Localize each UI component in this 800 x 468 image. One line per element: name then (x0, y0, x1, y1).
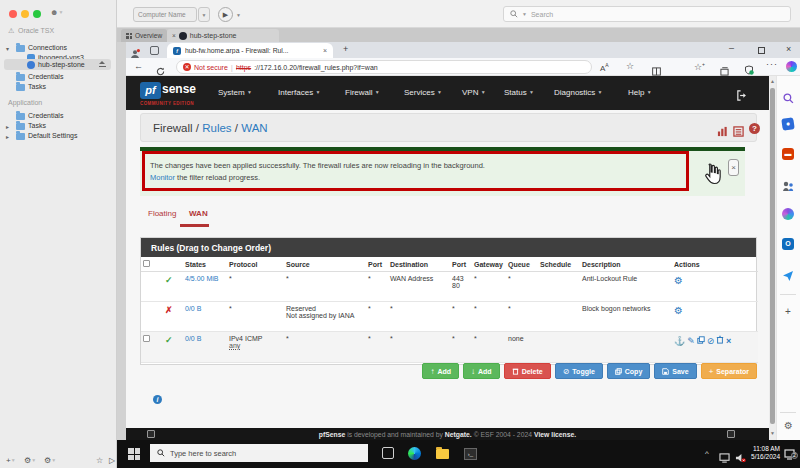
copilot-icon[interactable] (786, 61, 797, 72)
tab-overview[interactable]: Overview (121, 29, 167, 42)
help-icon[interactable]: ? (749, 123, 760, 134)
pfsense-logo[interactable]: pf (140, 82, 161, 99)
sidebar-settings-gear-icon[interactable]: ⚙ (784, 420, 793, 431)
delete-x-icon[interactable]: × (726, 336, 731, 346)
log-list-icon[interactable] (733, 123, 744, 141)
window-restore-button[interactable] (758, 47, 765, 54)
sidebar-item-hub-step-stone[interactable]: hub-step-stone (38, 61, 85, 68)
new-tab-button[interactable]: + (343, 44, 348, 54)
network-icon[interactable] (719, 449, 730, 467)
shopping-tag-icon[interactable]: ● (781, 117, 795, 131)
sidebar-search-icon[interactable] (783, 90, 794, 108)
row-checkbox[interactable] (143, 335, 150, 342)
chevron-right-icon[interactable]: ▸ (6, 133, 9, 140)
select-all-checkbox[interactable] (143, 260, 150, 267)
add-rule-bottom-button[interactable]: ↓Add (463, 363, 500, 379)
view-license-link[interactable]: View license. (534, 431, 576, 438)
people-icon[interactable] (782, 178, 794, 196)
sidebar-item-default-settings[interactable]: Default Settings (28, 132, 77, 139)
search-scope-caret[interactable]: ▼ (522, 11, 527, 17)
outlook-icon[interactable]: O (782, 238, 794, 250)
zoom-traffic-light[interactable] (33, 10, 41, 18)
menu-help[interactable]: Help ▼ (628, 88, 652, 97)
window-close-button[interactable]: × (786, 44, 791, 54)
status-chart-icon[interactable] (717, 123, 728, 141)
info-icon[interactable]: i (153, 395, 162, 404)
computer-name-dropdown-caret[interactable]: ▼ (198, 7, 210, 22)
settings-gear-icon[interactable]: ⚙▼ (24, 456, 36, 465)
add-rule-top-button[interactable]: ↑Add (422, 363, 459, 379)
separator-button[interactable]: +Separator (701, 363, 757, 379)
toggle-button[interactable]: ⊘Toggle (555, 363, 603, 379)
menu-diagnostics[interactable]: Diagnostics ▼ (554, 88, 603, 97)
add-connection-button[interactable]: +▼ (6, 456, 16, 465)
close-tab-icon[interactable]: × (172, 32, 176, 39)
scroll-down-arrow[interactable]: ▼ (769, 430, 776, 436)
workspaces-icon[interactable] (150, 46, 159, 55)
close-traffic-light[interactable] (9, 10, 17, 18)
designer-icon[interactable] (782, 208, 794, 220)
sidebar-item-credentials[interactable]: Credentials (28, 73, 63, 80)
menu-services[interactable]: Services ▼ (404, 88, 442, 97)
tab-hub-step-stone[interactable]: × hub-step-stone (167, 29, 279, 42)
sidebar-item-app-credentials[interactable]: Credentials (28, 112, 63, 119)
copy-icon[interactable] (697, 336, 705, 344)
icmp-subtype-link[interactable]: any (229, 342, 282, 349)
netgate-link[interactable]: Netgate. (445, 431, 472, 438)
taskbar-clock[interactable]: 11:08 AM 5/16/2024 (748, 445, 780, 460)
edit-pencil-icon[interactable]: ✎ (687, 336, 695, 346)
tab-wan[interactable]: WAN (189, 209, 208, 218)
logout-icon[interactable] (736, 87, 747, 105)
taskbar-edge-icon[interactable] (408, 447, 421, 460)
tray-expand-icon[interactable]: ^ (705, 449, 709, 458)
read-aloud-icon[interactable]: AA (600, 62, 609, 73)
save-button[interactable]: Save (654, 363, 696, 379)
sidebar-item-app-tasks[interactable]: Tasks (28, 122, 46, 129)
copy-button[interactable]: Copy (607, 363, 651, 379)
actions-gear-icon[interactable]: ⚙▼ (44, 456, 56, 465)
menu-interfaces[interactable]: Interfaces ▼ (278, 88, 320, 97)
close-tab-icon[interactable]: × (323, 47, 327, 54)
file-explorer-icon[interactable] (436, 449, 449, 459)
favorite-star-icon[interactable]: ☆ (626, 61, 634, 71)
connect-play-button[interactable]: ▶ (218, 7, 233, 22)
gear-icon[interactable]: ⚙ (674, 275, 683, 286)
chevron-down-icon[interactable]: ▾ (6, 45, 9, 52)
start-button[interactable] (128, 448, 140, 460)
chevron-right-icon[interactable]: ▸ (6, 123, 9, 130)
m365-briefcase-icon[interactable]: ▬ (782, 148, 794, 160)
gear-icon[interactable]: ⚙ (674, 305, 683, 316)
scroll-up-arrow[interactable]: ▲ (769, 78, 776, 84)
table-row[interactable]: ✓ 0/0 B IPv4 ICMPany * * * * * none ⚓ ✎ (141, 332, 758, 363)
address-bar[interactable]: ✕ Not secure | https ://172.16.0.20/fire… (176, 60, 592, 74)
notifications-icon[interactable]: 2 (784, 447, 797, 465)
account-menu-icon[interactable]: ☻▼ (50, 8, 63, 17)
menu-firewall[interactable]: Firewall ▼ (345, 88, 380, 97)
computer-name-dropdown[interactable]: Computer Name (133, 7, 197, 22)
play-options-caret[interactable]: ▼ (236, 12, 241, 18)
menu-status[interactable]: Status ▼ (504, 88, 534, 97)
viewer-search-input[interactable]: ▼ Search (503, 6, 791, 22)
more-options-icon[interactable]: ··· (766, 59, 778, 69)
add-sidebar-item-icon[interactable]: + (785, 306, 791, 317)
table-row[interactable]: ✗ 0/0 B * ReservedNot assigned by IANA *… (141, 302, 758, 332)
menu-system[interactable]: System ▼ (218, 88, 252, 97)
connect-play-icon[interactable]: ▷ (109, 456, 115, 465)
states-link[interactable]: 4/5.00 MiB (185, 275, 218, 282)
favorites-bar-icon[interactable]: ☆+ (694, 61, 705, 72)
table-row[interactable]: ✓ 4/5.00 MiB * * * WAN Address 44380 * *… (141, 272, 758, 302)
states-link[interactable]: 0/0 B (185, 335, 201, 342)
delete-button[interactable]: Delete (504, 363, 551, 379)
scrollbar-thumb[interactable] (770, 88, 775, 424)
back-button[interactable]: ← (134, 61, 143, 71)
volume-muted-icon[interactable] (735, 449, 746, 467)
states-link[interactable]: 0/0 B (185, 305, 201, 312)
anchor-icon[interactable]: ⚓ (674, 336, 685, 346)
breadcrumb-rules[interactable]: Rules (202, 122, 231, 134)
window-minimize-button[interactable]: – (729, 43, 734, 53)
taskbar-search-input[interactable]: Type here to search (150, 444, 368, 462)
task-view-icon[interactable] (382, 447, 394, 459)
sidebar-item-tasks[interactable]: Tasks (28, 83, 46, 90)
trash-icon[interactable] (716, 335, 724, 344)
disable-ban-icon[interactable]: ⊘ (707, 336, 715, 346)
